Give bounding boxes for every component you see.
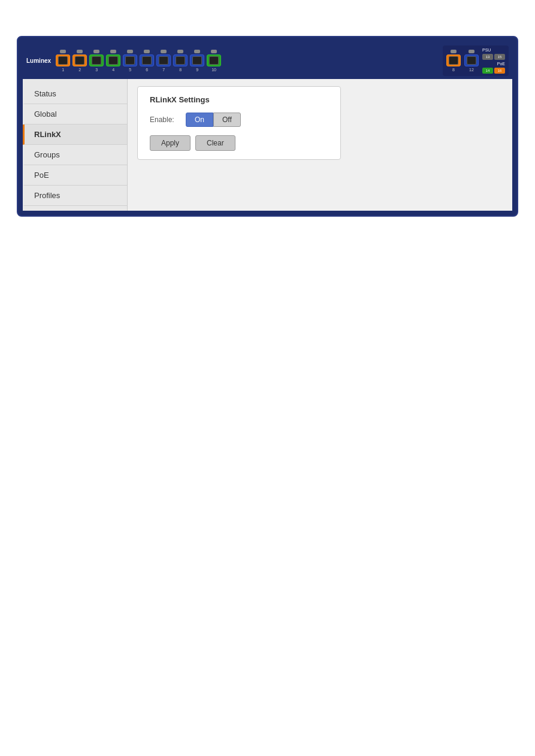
port-1[interactable]: 1	[56, 50, 70, 72]
port-9-connector	[190, 54, 204, 66]
port-1-label: 1	[62, 68, 64, 72]
software-ui: Status Global RLinkX Groups PoE Profiles	[23, 79, 512, 211]
port-5-led	[127, 50, 133, 53]
sidebar-item-poe[interactable]: PoE	[23, 165, 127, 186]
port-9[interactable]: 9	[190, 50, 204, 72]
poe-label: PoE	[497, 62, 505, 66]
port-2-label: 2	[78, 68, 81, 72]
port-1-connector	[56, 54, 70, 66]
rlinkx-settings-panel: RLinkX Settings Enable: On Off Apply Cle…	[137, 86, 341, 160]
main-content: RLinkX Settings Enable: On Off Apply Cle…	[128, 79, 512, 211]
right-port-12-led	[468, 50, 474, 53]
indicators-block: PSU 13 15 PoE 14 16	[482, 48, 505, 74]
port-4-label: 4	[112, 68, 114, 72]
port-1-led	[60, 50, 66, 53]
psu-label: PSU	[482, 48, 491, 52]
action-row: Apply Clear	[150, 135, 328, 151]
right-port-8-led	[451, 50, 457, 53]
port-2[interactable]: 2	[72, 50, 87, 72]
sidebar-item-groups[interactable]: Groups	[23, 145, 127, 165]
port-3-led	[93, 50, 99, 53]
clear-button[interactable]: Clear	[195, 135, 235, 151]
port-7-label: 7	[162, 68, 165, 72]
port-10-connector	[207, 54, 221, 66]
port-5[interactable]: 5	[123, 50, 137, 72]
right-port-8-connector	[446, 54, 461, 66]
enable-label: Enable:	[150, 116, 186, 124]
port-3-connector	[89, 54, 104, 66]
right-port-12-connector	[464, 54, 479, 66]
on-button[interactable]: On	[186, 113, 213, 127]
sidebar-item-status[interactable]: Status	[23, 84, 127, 104]
port-9-led	[194, 50, 200, 53]
sidebar-item-profiles[interactable]: Profiles	[23, 186, 127, 206]
sidebar: Status Global RLinkX Groups PoE Profiles	[23, 79, 128, 211]
sidebar-item-global[interactable]: Global	[23, 104, 127, 125]
brand-label: Luminex	[26, 57, 51, 64]
port-9-label: 9	[196, 68, 198, 72]
port-6-led	[144, 50, 150, 53]
sidebar-item-rlinkx[interactable]: RLinkX	[23, 125, 127, 145]
port-3-label: 3	[95, 68, 98, 72]
port-6[interactable]: 6	[140, 50, 154, 72]
port-7[interactable]: 7	[156, 50, 171, 72]
indicator-13: 13	[482, 54, 493, 60]
port-4[interactable]: 4	[106, 50, 120, 72]
port-6-label: 6	[146, 68, 148, 72]
right-port-8[interactable]: 8	[446, 50, 461, 72]
indicator-16: 16	[494, 68, 505, 74]
port-5-label: 5	[129, 68, 131, 72]
port-7-led	[161, 50, 167, 53]
right-port-12[interactable]: 12	[464, 50, 479, 72]
port-5-connector	[123, 54, 137, 66]
indicator-14: 14	[482, 68, 493, 74]
right-port-8-label: 8	[452, 68, 455, 72]
port-3[interactable]: 3	[89, 50, 104, 72]
off-button[interactable]: Off	[213, 113, 241, 127]
port-7-connector	[156, 54, 171, 66]
right-cluster: 8 12 PSU	[443, 45, 509, 76]
port-8-connector	[173, 54, 188, 66]
apply-button[interactable]: Apply	[150, 135, 191, 151]
port-10[interactable]: 10	[207, 50, 221, 72]
port-4-connector	[106, 54, 120, 66]
right-port-12-label: 12	[469, 68, 474, 72]
port-6-connector	[140, 54, 154, 66]
port-8-led	[177, 50, 183, 53]
port-8[interactable]: 8	[173, 50, 188, 72]
port-2-connector	[72, 54, 87, 66]
hardware-panel: Luminex 1 2	[23, 42, 512, 79]
port-10-label: 10	[211, 68, 216, 72]
port-4-led	[110, 50, 116, 53]
toggle-group: On Off	[186, 113, 241, 127]
indicator-15: 15	[494, 54, 505, 60]
port-8-label: 8	[179, 68, 182, 72]
port-2-led	[77, 50, 83, 53]
port-group-main: 1 2 3 4	[56, 50, 221, 72]
port-10-led	[211, 50, 217, 53]
enable-row: Enable: On Off	[150, 113, 328, 127]
settings-title: RLinkX Settings	[150, 95, 328, 104]
device-frame: Luminex 1 2	[17, 36, 518, 217]
